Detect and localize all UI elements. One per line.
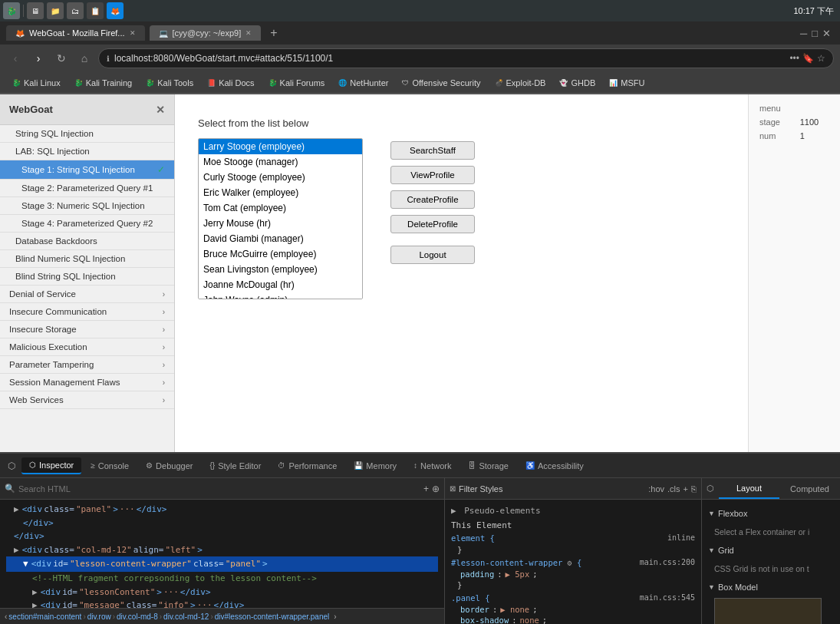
devtools-tab-performance[interactable]: ⏱ Performance xyxy=(270,458,344,474)
employee-option-10[interactable]: John Wayne (admin) xyxy=(199,292,362,299)
home-button[interactable]: ⌂ xyxy=(75,49,94,68)
employee-option-6[interactable]: David Giambi (manager) xyxy=(199,231,362,246)
restore-button[interactable]: □ xyxy=(812,28,818,39)
bookmark-kali-docs[interactable]: 📕 Kali Docs xyxy=(201,77,260,89)
breadcrumb-item-col-md-12[interactable]: div.col-md-12 xyxy=(163,612,209,621)
sidebar-item-insecure-comm[interactable]: Insecure Communication › xyxy=(0,303,174,321)
tab-close-2[interactable]: ✕ xyxy=(245,29,252,37)
browser-tab-terminal[interactable]: 💻 [cyy@cyy: ~/exp9] ✕ xyxy=(150,25,262,41)
devtools-tab-storage[interactable]: 🗄 Storage xyxy=(460,458,516,474)
bookmark-ghdb[interactable]: 👻 GHDB xyxy=(553,77,601,89)
employee-list[interactable]: Larry Stooge (employee) Moe Stooge (mana… xyxy=(198,138,363,299)
employee-option-3[interactable]: Eric Walker (employee) xyxy=(199,185,362,200)
employee-option-8[interactable]: Sean Livingston (employee) xyxy=(199,262,362,277)
bookmark-kali-linux[interactable]: 🐉 Kali Linux xyxy=(6,77,67,89)
devtools-tab-debugger[interactable]: ⚙ Debugger xyxy=(138,458,200,474)
sidebar-item-dos[interactable]: Denial of Service › xyxy=(0,286,174,303)
taskbar-icon-kali[interactable]: 🐉 xyxy=(3,2,20,19)
breadcrumb-nav-next[interactable]: › xyxy=(334,612,336,621)
new-tab-button[interactable]: + xyxy=(265,26,282,40)
pseudo-cls-button[interactable]: .cls xyxy=(667,484,680,494)
bookmark-kali-forums[interactable]: 🐉 Kali Forums xyxy=(262,77,331,89)
devtools-expand-button[interactable]: ⬡ xyxy=(3,457,20,474)
pocket-button[interactable]: 🔖 xyxy=(802,53,814,64)
html-pick-button[interactable]: ⊕ xyxy=(432,484,440,494)
bookmark-exploit-db[interactable]: 💣 Exploit-DB xyxy=(489,77,552,89)
employee-option-9[interactable]: Joanne McDougal (hr) xyxy=(199,277,362,292)
layout-tab-computed[interactable]: Computed xyxy=(779,478,840,499)
view-profile-button[interactable]: ViewProfile xyxy=(390,166,475,184)
add-rule-button[interactable]: + xyxy=(684,484,688,494)
sidebar-item-stage1[interactable]: Stage 1: String SQL Injection ✓ xyxy=(0,160,174,180)
bookmark-nethunter[interactable]: 🌐 NetHunter xyxy=(332,77,394,89)
tab-close-1[interactable]: ✕ xyxy=(130,29,136,37)
devtools-tab-console[interactable]: ≥ Console xyxy=(83,458,137,474)
sidebar-item-blind-string[interactable]: Blind String SQL Injection xyxy=(0,268,174,286)
sidebar-close-button[interactable]: ✕ xyxy=(156,104,165,116)
delete-profile-button[interactable]: DeleteProfile xyxy=(390,215,475,233)
sidebar-item-db-backdoors[interactable]: Database Backdoors xyxy=(0,233,174,250)
create-profile-button[interactable]: CreateProfile xyxy=(390,190,475,209)
close-button[interactable]: ✕ xyxy=(822,28,831,39)
sidebar-item-session-mgmt[interactable]: Session Management Flaws › xyxy=(0,374,174,391)
browser-tab-webgoat[interactable]: 🦊 WebGoat - Mozilla Firef... ✕ xyxy=(6,25,145,41)
forward-button[interactable]: › xyxy=(29,49,48,68)
bookmark-msfu[interactable]: 📊 MSFU xyxy=(603,77,651,89)
pseudo-hov-button[interactable]: :hov xyxy=(648,484,664,494)
employee-option-0[interactable]: Larry Stooge (employee) xyxy=(199,139,362,154)
pseudo-elements-header[interactable]: ▶ Pseudo-elements xyxy=(445,503,701,519)
devtools-tab-memory[interactable]: 💾 Memory xyxy=(346,458,404,474)
bookmark-offensive-security[interactable]: 🛡 Offensive Security xyxy=(396,77,486,89)
employee-option-2[interactable]: Curly Stooge (employee) xyxy=(199,170,362,185)
taskbar-icon-2[interactable]: 📁 xyxy=(47,2,64,19)
overflow-button[interactable]: ••• xyxy=(789,53,799,64)
taskbar-icon-1[interactable]: 🖥 xyxy=(27,2,44,19)
breadcrumb-item-col-md-8[interactable]: div.col-md-8 xyxy=(117,612,158,621)
employee-option-4[interactable]: Tom Cat (employee) xyxy=(199,200,362,216)
html-line-5[interactable]: ▼ <div id="lesson-content-wrapper" class… xyxy=(6,556,438,572)
layout-tab-layout[interactable]: Layout xyxy=(719,478,779,499)
breadcrumb-item-section[interactable]: section#main-content xyxy=(8,612,81,621)
sidebar-item-stage4[interactable]: Stage 4: Parameterized Query #2 xyxy=(0,215,174,233)
breadcrumb-item-lesson-wrapper[interactable]: div#lesson-content-wrapper.panel xyxy=(215,612,330,621)
sidebar-item-lab-sql[interactable]: LAB: SQL Injection xyxy=(0,143,174,160)
taskbar-icon-firefox[interactable]: 🦊 xyxy=(107,2,124,19)
taskbar-icon-4[interactable]: 📋 xyxy=(87,2,104,19)
devtools-tab-style-editor[interactable]: {} Style Editor xyxy=(202,458,268,474)
sidebar-item-web-services[interactable]: Web Services › xyxy=(0,391,174,409)
employee-option-5[interactable]: Jerry Mouse (hr) xyxy=(199,216,362,231)
employee-option-1[interactable]: Moe Stooge (manager) xyxy=(199,154,362,170)
breadcrumb-nav-prev[interactable]: ‹ xyxy=(5,612,7,621)
devtools-tab-accessibility[interactable]: ♿ Accessibility xyxy=(518,458,591,474)
sidebar-item-string-sql[interactable]: String SQL Injection xyxy=(0,125,174,143)
minimize-button[interactable]: ─ xyxy=(800,28,807,39)
html-toggle-1[interactable]: ▶ xyxy=(14,503,19,517)
sidebar-item-blind-numeric[interactable]: Blind Numeric SQL Injection xyxy=(0,250,174,268)
html-toggle-5[interactable]: ▼ xyxy=(23,557,28,571)
layout-tab-expand[interactable]: ⬡ xyxy=(702,478,719,499)
breadcrumb-item-row[interactable]: div.row xyxy=(87,612,111,621)
taskbar-icon-3[interactable]: 🗂 xyxy=(67,2,84,19)
copy-rule-button[interactable]: ⎘ xyxy=(691,484,697,494)
devtools-tab-network[interactable]: ↕ Network xyxy=(406,458,459,474)
bookmark-kali-training[interactable]: 🐉 Kali Training xyxy=(68,77,139,89)
address-bar[interactable]: ℹ localhost:8080/WebGoat/start.mvc#attac… xyxy=(98,48,834,68)
html-toggle-4[interactable]: ▶ xyxy=(14,543,19,557)
bookmark-kali-tools[interactable]: 🐉 Kali Tools xyxy=(140,77,199,89)
sidebar-item-param-tampering[interactable]: Parameter Tampering › xyxy=(0,356,174,374)
bookmark-button[interactable]: ☆ xyxy=(817,53,825,64)
html-search-add-button[interactable]: + xyxy=(423,484,429,494)
employee-option-7[interactable]: Bruce McGuirre (employee) xyxy=(199,246,362,262)
sidebar-item-stage2[interactable]: Stage 2: Parameterized Query #1 xyxy=(0,180,174,197)
sidebar-item-stage3[interactable]: Stage 3: Numeric SQL Injection xyxy=(0,197,174,215)
search-staff-button[interactable]: SearchStaff xyxy=(390,141,475,160)
box-model-section-header[interactable]: ▼ Box Model xyxy=(708,579,834,595)
grid-section-header[interactable]: ▼ Grid xyxy=(708,543,834,558)
html-search-input[interactable] xyxy=(18,484,420,494)
logout-button[interactable]: Logout xyxy=(390,246,475,264)
back-button[interactable]: ‹ xyxy=(6,49,25,68)
sidebar-item-malicious[interactable]: Malicious Execution › xyxy=(0,338,174,356)
flexbox-section-header[interactable]: ▼ Flexbox xyxy=(708,506,834,521)
devtools-tab-inspector[interactable]: ⬡ Inspector xyxy=(21,457,81,474)
sidebar-item-insecure-storage[interactable]: Insecure Storage › xyxy=(0,321,174,338)
